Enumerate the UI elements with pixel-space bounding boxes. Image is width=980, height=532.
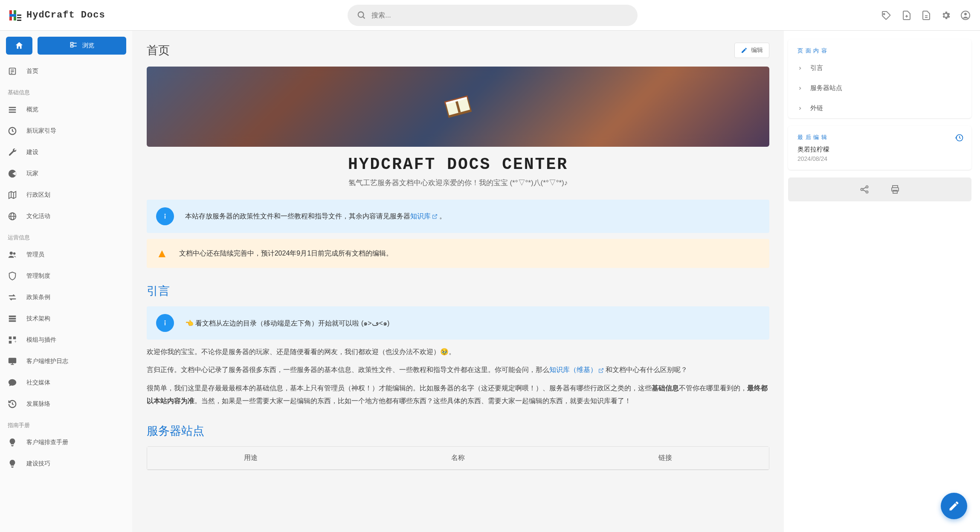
- browse-label: 浏览: [82, 42, 94, 49]
- sidebar-item-label: 发展脉络: [26, 400, 50, 408]
- arrows-icon: [8, 293, 17, 302]
- toc-item[interactable]: 服务器站点: [788, 78, 971, 98]
- toc-item[interactable]: 引言: [788, 58, 971, 78]
- list-icon: [8, 105, 17, 114]
- server-icon: [8, 314, 17, 323]
- search-input[interactable]: [371, 12, 628, 19]
- sidebar-section-title: 指南手册: [0, 415, 132, 432]
- history-icon[interactable]: [955, 134, 964, 143]
- pencil-icon: [948, 500, 960, 512]
- toc-card: 页 面 内 容 引言服务器站点外链: [788, 39, 971, 118]
- sidebar-item[interactable]: 社交媒体: [0, 372, 132, 393]
- external-link-icon: [598, 368, 604, 373]
- sidebar-item[interactable]: 新玩家引导: [0, 120, 132, 142]
- sidebar-item[interactable]: 行政区划: [0, 184, 132, 206]
- last-edit-author: 奥若拉柠檬: [797, 145, 962, 154]
- external-link-icon: [432, 214, 438, 219]
- toc-title: 页 面 内 容: [788, 39, 971, 58]
- last-edit-date: 2024/08/24: [797, 155, 962, 162]
- sidebar-item[interactable]: 客户端排查手册: [0, 432, 132, 453]
- sidebar-item-label: 建设: [26, 148, 38, 156]
- sidebar: 浏览 首页 基础信息概览新玩家引导建设玩家行政区划文化活动运营信息管理员管理制度…: [0, 31, 132, 532]
- svg-line-47: [863, 187, 866, 189]
- chevron-right-icon: [797, 66, 803, 71]
- sidebar-home[interactable]: 首页: [0, 61, 132, 82]
- sidebar-item[interactable]: 文化活动: [0, 206, 132, 227]
- sidebar-item[interactable]: 概览: [0, 99, 132, 120]
- alert-link[interactable]: 知识库: [410, 212, 438, 220]
- sidebar-item[interactable]: 建设: [0, 142, 132, 163]
- search-wrap: [114, 5, 872, 26]
- print-icon[interactable]: [889, 183, 901, 195]
- clock-icon: [8, 126, 17, 136]
- banner-heading: HYDCRAFT DOCS CENTER: [147, 155, 769, 174]
- sidebar-item[interactable]: 发展脉络: [0, 393, 132, 415]
- gear-icon[interactable]: [940, 9, 952, 21]
- alert-warning: ▲ 文档中心还在陆续完善中，预计2024年9月1日前完成所有文档的编辑。: [147, 239, 769, 268]
- sidebar-item-label: 社交媒体: [26, 379, 50, 387]
- svg-line-7: [363, 16, 365, 18]
- search-box[interactable]: [348, 5, 638, 26]
- page-actions-icon[interactable]: [920, 9, 932, 21]
- last-edit-card[interactable]: 最 后 编 辑 奥若拉柠檬 2024/08/24: [788, 126, 971, 170]
- sidebar-item-label: 文化活动: [26, 212, 50, 220]
- svg-rect-29: [9, 320, 16, 322]
- sidebar-item[interactable]: 技术架构: [0, 308, 132, 329]
- new-page-icon[interactable]: [901, 9, 913, 21]
- sidebar-item-label: 玩家: [26, 170, 38, 177]
- svg-rect-43: [165, 322, 165, 325]
- svg-rect-30: [9, 337, 12, 339]
- book-icon: [439, 87, 477, 126]
- svg-point-25: [10, 252, 13, 255]
- sidebar-item[interactable]: 玩家: [0, 163, 132, 184]
- logo-area[interactable]: HydCraft Docs: [9, 9, 105, 22]
- edit-button[interactable]: 编辑: [734, 43, 769, 58]
- edit-label: 编辑: [751, 47, 763, 54]
- toc-item[interactable]: 外链: [788, 98, 971, 118]
- paragraph: 很简单，我们这里是存最最最根本的基础信息，基本上只有管理员（神权！）才能编辑的。…: [147, 382, 769, 408]
- sidebar-item[interactable]: 政策条例: [0, 287, 132, 308]
- people-icon: [8, 250, 17, 259]
- svg-rect-2: [9, 14, 16, 17]
- sidebar-item[interactable]: +模组与插件: [0, 329, 132, 351]
- wiki-link[interactable]: 知识库（维基）: [549, 366, 604, 373]
- svg-point-26: [13, 253, 16, 255]
- sidebar-item-label: 行政区划: [26, 191, 50, 199]
- browse-button[interactable]: 浏览: [38, 37, 126, 55]
- home-button[interactable]: [6, 37, 32, 55]
- alert-text: 本站存放服务器的政策性文件和一些教程和指导文件，其余内容请见服务器: [185, 212, 410, 220]
- sidebar-item[interactable]: 建设技巧: [0, 453, 132, 474]
- svg-rect-4: [17, 17, 21, 18]
- svg-rect-10: [71, 43, 73, 44]
- svg-line-48: [863, 190, 866, 192]
- page-title: 首页: [147, 43, 170, 58]
- sidebar-item-label: 管理制度: [26, 272, 50, 280]
- sidebar-item-label: 客户端维护日志: [26, 358, 68, 365]
- pencil-icon: [741, 47, 748, 54]
- table-header: 用途: [147, 447, 354, 469]
- svg-rect-19: [9, 109, 16, 110]
- sidebar-section-title: 运营信息: [0, 227, 132, 244]
- header: HydCraft Docs: [0, 0, 980, 31]
- svg-rect-3: [17, 15, 21, 16]
- alert-info: 本站存放服务器的政策性文件和一些教程和指导文件，其余内容请见服务器知识库 。: [147, 200, 769, 233]
- svg-rect-32: [9, 341, 12, 343]
- svg-point-9: [964, 13, 967, 15]
- sidebar-item[interactable]: 管理员: [0, 244, 132, 265]
- sidebar-item[interactable]: 客户端维护日志: [0, 351, 132, 372]
- svg-rect-5: [17, 20, 21, 21]
- sidebar-item-label: 客户端排查手册: [26, 439, 68, 446]
- tags-icon[interactable]: [880, 9, 892, 21]
- section-heading-intro: 引言: [147, 283, 769, 299]
- sidebar-item-label: 技术架构: [26, 315, 50, 323]
- globe-icon: [8, 212, 17, 221]
- account-icon[interactable]: [960, 9, 971, 21]
- edit-fab[interactable]: [941, 493, 967, 519]
- svg-rect-11: [71, 45, 73, 47]
- toc-item-label: 引言: [810, 64, 823, 72]
- share-icon[interactable]: [858, 183, 870, 195]
- sidebar-item-label: 政策条例: [26, 294, 50, 301]
- search-icon: [357, 11, 366, 20]
- sidebar-item[interactable]: 管理制度: [0, 265, 132, 287]
- svg-point-6: [358, 12, 364, 17]
